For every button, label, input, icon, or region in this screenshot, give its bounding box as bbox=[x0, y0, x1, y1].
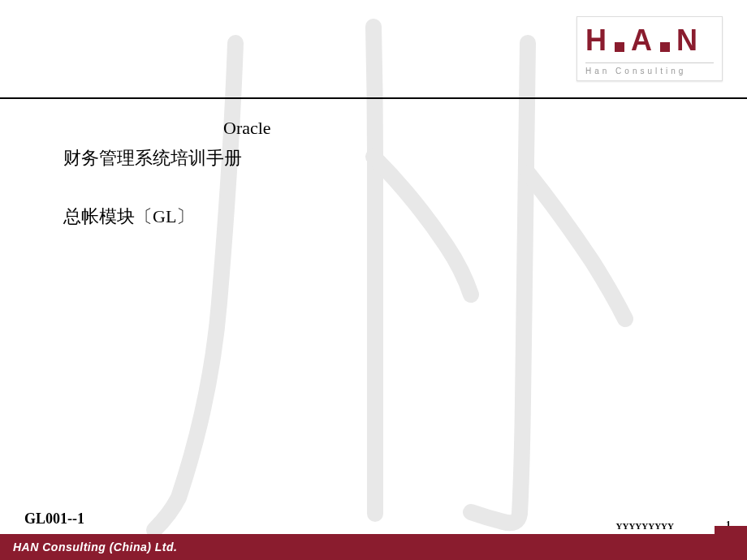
title-main: 财务管理系统培训手册 bbox=[63, 146, 242, 170]
footer-accent-bar bbox=[715, 526, 747, 534]
logo-letters: H A N bbox=[585, 24, 714, 58]
company-logo: H A N Han Consulting bbox=[576, 16, 723, 81]
logo-subtitle: Han Consulting bbox=[585, 62, 714, 75]
horizontal-divider bbox=[0, 97, 747, 99]
footer-date-placeholder: YYYYYYYYY bbox=[616, 521, 675, 531]
footer-bar: HAN Consulting (China) Ltd. bbox=[0, 534, 747, 560]
title-module: 总帐模块〔GL〕 bbox=[63, 205, 194, 229]
document-code: GL001--1 bbox=[24, 510, 84, 528]
footer-company-name: HAN Consulting (China) Ltd. bbox=[13, 541, 177, 554]
title-product: Oracle bbox=[223, 118, 271, 139]
